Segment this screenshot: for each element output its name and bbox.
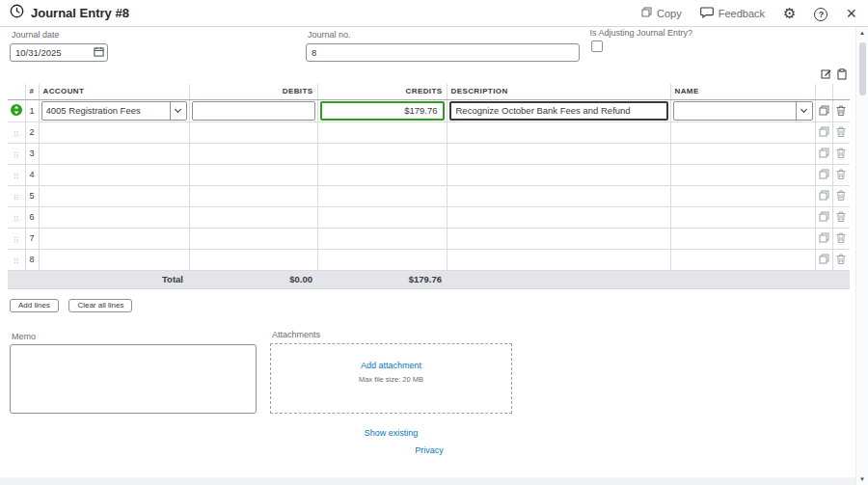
drag-handle-icon[interactable]: ⠿ <box>14 151 19 160</box>
debits-cell[interactable] <box>189 206 317 228</box>
name-cell[interactable] <box>670 185 815 206</box>
description-cell[interactable] <box>447 185 670 206</box>
credits-cell[interactable] <box>317 206 447 228</box>
scroll-up-icon[interactable]: ▲ <box>859 30 865 36</box>
copy-label: Copy <box>657 8 682 19</box>
copy-row-icon[interactable] <box>819 148 829 158</box>
account-input[interactable] <box>42 102 170 120</box>
description-cell[interactable] <box>447 206 670 228</box>
credits-cell[interactable] <box>317 143 447 164</box>
bottom-scroll-strip <box>0 477 855 485</box>
row-number: 4 <box>25 164 39 185</box>
help-button[interactable]: ? <box>814 6 827 21</box>
account-cell[interactable] <box>39 143 189 164</box>
account-select[interactable] <box>41 101 187 121</box>
description-cell[interactable] <box>447 249 670 270</box>
chevron-down-icon[interactable] <box>796 102 812 120</box>
privacy-link[interactable]: Privacy <box>415 445 444 455</box>
drag-handle-icon[interactable]: ⠿ <box>14 173 19 181</box>
account-cell[interactable] <box>39 121 189 143</box>
description-cell[interactable] <box>447 164 670 185</box>
copy-row-icon[interactable] <box>819 232 829 243</box>
name-cell[interactable] <box>670 228 815 249</box>
copy-button[interactable]: Copy <box>641 7 682 19</box>
delete-row-icon[interactable] <box>836 148 846 158</box>
row-number: 6 <box>25 206 39 228</box>
drag-handle-icon[interactable]: ⠿ <box>14 257 19 266</box>
name-column-header: NAME <box>670 84 815 99</box>
adjusting-label: Is Adjusting Journal Entry? <box>582 28 692 38</box>
name-cell[interactable] <box>670 206 815 228</box>
copy-row-icon[interactable] <box>819 190 829 201</box>
feedback-button[interactable]: Feedback <box>700 7 765 20</box>
delete-row-icon[interactable] <box>836 254 846 264</box>
credits-input[interactable] <box>320 101 445 121</box>
journal-no-input[interactable] <box>306 43 580 62</box>
total-credits: $179.76 <box>317 270 447 288</box>
name-input[interactable] <box>674 102 796 120</box>
clipboard-icon[interactable] <box>837 68 847 80</box>
debits-cell[interactable] <box>189 249 317 270</box>
memo-input[interactable] <box>10 344 257 414</box>
debits-cell[interactable] <box>189 228 317 249</box>
debits-cell[interactable] <box>189 164 317 185</box>
account-cell[interactable] <box>39 206 189 228</box>
delete-row-icon[interactable] <box>836 190 846 201</box>
clear-all-lines-button[interactable]: Clear all lines <box>68 299 132 312</box>
num-column-header: # <box>25 84 39 99</box>
help-icon: ? <box>814 8 827 21</box>
drag-handle-icon[interactable]: ⠿ <box>14 236 19 245</box>
reorder-row-icon[interactable] <box>11 104 22 116</box>
description-cell[interactable] <box>447 121 670 143</box>
delete-row-icon[interactable] <box>836 169 846 179</box>
credits-cell[interactable] <box>317 249 447 270</box>
name-select[interactable] <box>673 101 813 121</box>
scroll-down-icon[interactable]: ▼ <box>859 476 865 482</box>
account-cell[interactable] <box>39 185 189 206</box>
debits-cell[interactable] <box>189 143 317 164</box>
drag-handle-icon[interactable]: ⠿ <box>14 130 19 139</box>
copy-row-icon[interactable] <box>819 254 829 264</box>
debits-input[interactable] <box>192 101 315 121</box>
name-cell[interactable] <box>670 121 815 143</box>
account-cell[interactable] <box>39 164 189 185</box>
debits-cell[interactable] <box>189 121 317 143</box>
chevron-down-icon[interactable] <box>170 102 186 120</box>
debits-cell[interactable] <box>189 185 317 206</box>
drag-handle-icon[interactable]: ⠿ <box>14 215 19 224</box>
name-cell[interactable] <box>670 249 815 270</box>
account-cell[interactable] <box>39 249 189 270</box>
copy-row-icon[interactable] <box>819 105 829 116</box>
name-cell[interactable] <box>670 164 815 185</box>
scrollbar-thumb[interactable] <box>859 42 866 95</box>
credits-cell[interactable] <box>317 121 447 143</box>
recent-transactions-icon[interactable] <box>10 4 24 22</box>
copy-row-icon[interactable] <box>819 211 829 222</box>
delete-row-icon[interactable] <box>836 211 846 222</box>
attachment-dropzone[interactable]: Add attachment Max file size: 20 MB <box>270 343 512 414</box>
settings-button[interactable]: ⚙ <box>783 6 796 21</box>
description-input[interactable] <box>449 101 668 121</box>
show-existing-link[interactable]: Show existing <box>365 428 419 438</box>
delete-row-icon[interactable] <box>836 105 846 116</box>
name-cell[interactable] <box>670 143 815 164</box>
adjusting-checkbox[interactable] <box>591 40 603 52</box>
account-cell[interactable] <box>39 228 189 249</box>
calendar-icon[interactable] <box>94 46 104 57</box>
add-attachment-link[interactable]: Add attachment <box>361 361 421 370</box>
journal-lines-table: # ACCOUNT DEBITS CREDITS DESCRIPTION NAM… <box>8 84 850 289</box>
copy-row-icon[interactable] <box>819 126 829 137</box>
edit-grid-icon[interactable] <box>821 68 831 80</box>
credits-cell[interactable] <box>317 228 447 249</box>
add-lines-button[interactable]: Add lines <box>10 299 59 312</box>
close-button[interactable]: × <box>846 5 856 22</box>
delete-row-icon[interactable] <box>836 232 846 243</box>
credits-cell[interactable] <box>317 185 447 206</box>
description-cell[interactable] <box>447 228 670 249</box>
vertical-scrollbar[interactable]: ▲ ▼ <box>855 27 868 485</box>
credits-cell[interactable] <box>317 164 447 185</box>
copy-row-icon[interactable] <box>819 169 829 179</box>
description-cell[interactable] <box>447 143 670 164</box>
drag-handle-icon[interactable]: ⠿ <box>14 194 19 202</box>
delete-row-icon[interactable] <box>836 126 846 137</box>
